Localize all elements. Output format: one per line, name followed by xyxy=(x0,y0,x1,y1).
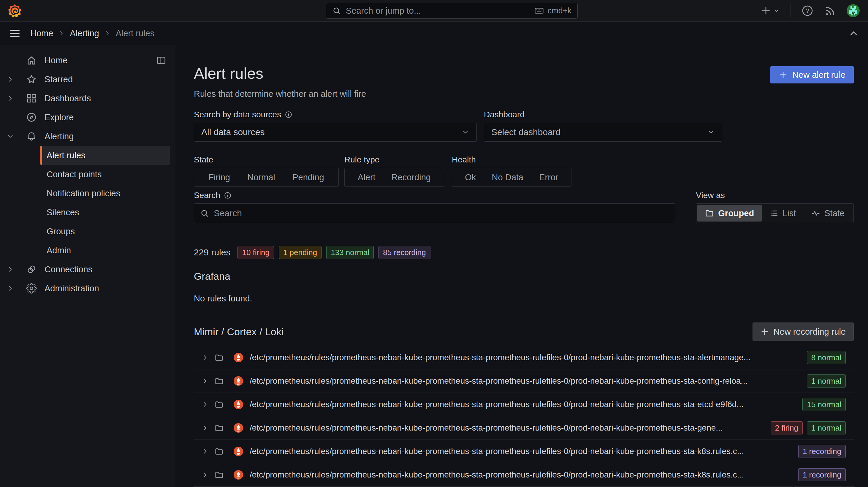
health-option-error[interactable]: Error xyxy=(536,173,561,182)
chevron-right-icon[interactable] xyxy=(201,471,209,479)
sidebar-item-connections[interactable]: Connections xyxy=(0,260,176,279)
info-icon xyxy=(224,191,231,199)
chevron-right-icon[interactable] xyxy=(6,266,14,273)
rule-group-name[interactable]: /etc/prometheus/rules/prometheus-nebari-… xyxy=(250,447,792,456)
chevron-down-icon[interactable] xyxy=(6,132,14,140)
rule-group-row[interactable]: /etc/prometheus/rules/prometheus-nebari-… xyxy=(194,346,854,369)
datasource-filter: Search by data sources All data sources xyxy=(194,110,477,142)
page-subtitle: Rules that determine whether an alert wi… xyxy=(194,89,366,99)
dashboard-filter-label: Dashboard xyxy=(484,110,525,119)
chevron-right-icon[interactable] xyxy=(6,75,14,83)
health-filter-label: Health xyxy=(452,155,476,164)
search-icon xyxy=(332,6,341,15)
rule-group-name[interactable]: /etc/prometheus/rules/prometheus-nebari-… xyxy=(250,376,801,386)
rule-type-option-alert[interactable]: Alert xyxy=(355,173,378,182)
sidebar-item-label: Starred xyxy=(44,74,73,84)
chevron-right-icon[interactable] xyxy=(6,94,14,102)
rule-group-name[interactable]: /etc/prometheus/rules/prometheus-nebari-… xyxy=(250,400,797,409)
chevron-right-icon[interactable] xyxy=(201,424,209,432)
chevron-right-icon[interactable] xyxy=(6,284,14,292)
view-option-grouped[interactable]: Grouped xyxy=(697,205,762,221)
sidebar-item-groups[interactable]: Groups xyxy=(40,222,170,241)
new-recording-rule-button[interactable]: New recording rule xyxy=(752,323,854,341)
rule-group-row[interactable]: /etc/prometheus/rules/prometheus-nebari-… xyxy=(194,440,854,463)
datasource-select[interactable]: All data sources xyxy=(194,123,477,142)
health-option-nodata[interactable]: No Data xyxy=(489,173,526,182)
rule-group-name[interactable]: /etc/prometheus/rules/prometheus-nebari-… xyxy=(250,353,801,362)
sidebar-subitem-label: Admin xyxy=(46,246,71,255)
rule-group-name[interactable]: /etc/prometheus/rules/prometheus-nebari-… xyxy=(250,423,765,433)
rule-type-button-group: Alert Recording xyxy=(344,168,444,187)
normal-badge: 15 normal xyxy=(802,398,846,411)
sidebar-item-home[interactable]: Home xyxy=(0,51,176,70)
global-search[interactable]: cmd+k xyxy=(326,3,578,19)
collapse-up-icon[interactable] xyxy=(848,28,859,39)
mega-menu: Home Starred xyxy=(0,45,176,487)
pulse-icon xyxy=(811,209,820,218)
news-rss-icon[interactable] xyxy=(824,5,836,17)
rule-group-row[interactable]: /etc/prometheus/rules/prometheus-nebari-… xyxy=(194,393,854,416)
sidebar-subitem-label: Groups xyxy=(46,226,75,236)
chevron-right-icon[interactable] xyxy=(201,354,209,361)
sidebar-item-notification-policies[interactable]: Notification policies xyxy=(40,184,170,203)
health-option-ok[interactable]: Ok xyxy=(462,173,479,182)
sidebar-item-admin[interactable]: Admin xyxy=(40,241,170,260)
rule-group-row[interactable]: /etc/prometheus/rules/prometheus-nebari-… xyxy=(194,416,854,440)
sidebar-item-label: Connections xyxy=(44,265,92,274)
sidebar-item-label: Home xyxy=(44,56,67,65)
rule-group-name[interactable]: /etc/prometheus/rules/prometheus-nebari-… xyxy=(250,470,792,480)
plus-icon xyxy=(779,70,787,79)
connections-icon xyxy=(26,264,37,275)
grafana-logo-icon[interactable] xyxy=(8,4,22,18)
state-option-pending[interactable]: Pending xyxy=(289,173,327,182)
breadcrumb-alerting[interactable]: Alerting xyxy=(70,29,99,38)
search-icon xyxy=(200,209,209,218)
sidebar-item-silences[interactable]: Silences xyxy=(40,203,170,222)
top-bar: cmd+k ? xyxy=(0,0,868,22)
recording-count-badge: 85 recording xyxy=(378,246,430,259)
dock-menu-icon[interactable] xyxy=(156,55,166,66)
dashboard-select[interactable]: Select dashboard xyxy=(484,123,722,142)
chevron-right-icon xyxy=(58,30,65,37)
sidebar-item-alert-rules[interactable]: Alert rules xyxy=(40,146,170,165)
shortcut-label: cmd+k xyxy=(548,6,571,16)
folder-icon xyxy=(215,470,223,479)
rule-type-option-recording[interactable]: Recording xyxy=(389,173,434,182)
grafana-app: cmd+k ? xyxy=(0,0,868,487)
new-menu-button[interactable] xyxy=(761,6,780,16)
chevron-right-icon[interactable] xyxy=(201,401,209,408)
global-search-input[interactable] xyxy=(345,6,534,16)
sidebar-item-explore[interactable]: Explore xyxy=(0,108,176,127)
sidebar-item-administration[interactable]: Administration xyxy=(0,279,176,298)
menu-toggle-icon[interactable] xyxy=(9,27,21,39)
help-icon[interactable]: ? xyxy=(802,5,813,17)
breadcrumb-current: Alert rules xyxy=(116,29,155,38)
prometheus-icon xyxy=(233,470,243,480)
keyboard-icon xyxy=(534,6,544,16)
new-alert-rule-button[interactable]: New alert rule xyxy=(770,66,854,84)
rules-search-input[interactable] xyxy=(213,208,669,218)
info-icon xyxy=(285,111,292,119)
chevron-right-icon[interactable] xyxy=(201,377,209,385)
rule-group-row[interactable]: /etc/prometheus/rules/prometheus-nebari-… xyxy=(194,463,854,487)
prometheus-icon xyxy=(233,353,243,363)
state-option-normal[interactable]: Normal xyxy=(244,173,278,182)
view-option-state[interactable]: State xyxy=(804,205,852,221)
normal-badge: 1 normal xyxy=(807,374,846,388)
sidebar-item-alerting[interactable]: Alerting xyxy=(0,127,176,146)
sidebar-item-dashboards[interactable]: Dashboards xyxy=(0,89,176,108)
chevron-right-icon[interactable] xyxy=(201,448,209,455)
view-option-list[interactable]: List xyxy=(762,205,804,221)
sidebar-item-contact-points[interactable]: Contact points xyxy=(40,165,170,184)
folder-icon xyxy=(215,353,223,362)
page-title: Alert rules xyxy=(194,64,366,82)
rule-group-row[interactable]: /etc/prometheus/rules/prometheus-nebari-… xyxy=(194,369,854,393)
prometheus-icon xyxy=(233,446,243,456)
user-avatar[interactable] xyxy=(847,4,860,17)
breadcrumb-home[interactable]: Home xyxy=(30,29,53,38)
sidebar-item-starred[interactable]: Starred xyxy=(0,70,176,89)
state-option-firing[interactable]: Firing xyxy=(206,173,233,182)
section-divider xyxy=(194,235,854,235)
datasource-filter-label: Search by data sources xyxy=(194,110,281,119)
sidebar-item-label: Dashboards xyxy=(44,94,91,103)
